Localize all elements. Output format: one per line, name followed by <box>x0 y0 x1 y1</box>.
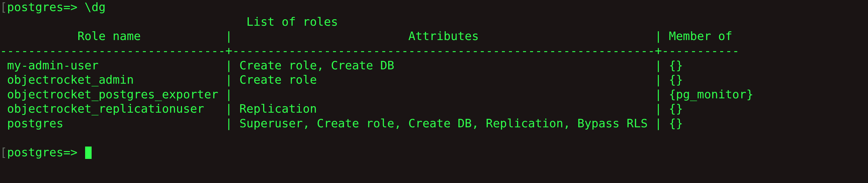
prompt-line-2[interactable]: [postgres=> <box>0 146 92 159</box>
table-row: objectrocket_postgres_exporter | | {pg_m… <box>0 87 753 101</box>
table-row: objectrocket_admin | Create role | {} <box>0 73 683 86</box>
divider-line: --------------------------------+-------… <box>0 44 739 57</box>
bracket-icon: [ <box>0 146 7 159</box>
psql-prompt: postgres=> <box>7 146 85 159</box>
title-line: List of roles <box>0 15 338 28</box>
prompt-line-1: [postgres=> \dg <box>0 0 105 14</box>
cursor-icon <box>85 147 92 159</box>
entered-command: \dg <box>85 0 105 14</box>
table-row: my-admin-user | Create role, Create DB |… <box>0 59 683 72</box>
terminal-output[interactable]: [postgres=> \dg List of roles Role name … <box>0 0 868 160</box>
psql-prompt: postgres=> <box>7 0 85 14</box>
table-row: objectrocket_replicationuser | Replicati… <box>0 102 683 115</box>
bracket-icon: [ <box>0 0 7 14</box>
table-row: postgres | Superuser, Create role, Creat… <box>0 116 683 130</box>
header-line: Role name | Attributes | Member of <box>0 29 732 43</box>
